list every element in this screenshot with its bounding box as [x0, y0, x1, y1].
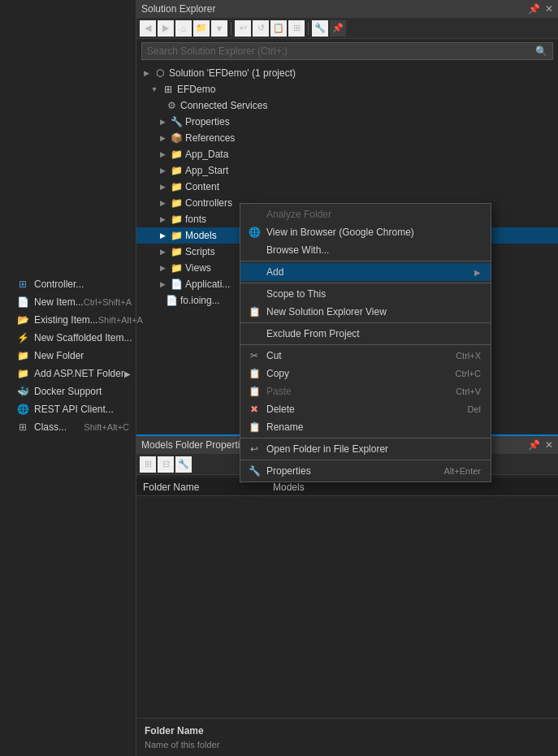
ctx-cut[interactable]: ✂ Cut Ctrl+X: [240, 347, 491, 365]
left-panel: ⊞ Controller... 📄 New Item... Ctrl+Shift…: [0, 0, 136, 756]
views-label: Views: [184, 262, 211, 274]
new-folder-icon: 📁: [16, 349, 29, 362]
props-close-icon[interactable]: ✕: [545, 439, 553, 451]
ctx-properties[interactable]: 🔧 Properties Alt+Enter: [240, 462, 491, 480]
ctx-delete[interactable]: ✖ Delete Del: [240, 400, 491, 418]
ctx-add[interactable]: Add ▶: [240, 263, 491, 281]
ctx-cut-label: Cut: [266, 350, 451, 361]
filter-button[interactable]: ⊞: [288, 20, 305, 37]
ctx-sep-5: [240, 438, 491, 438]
tree-arrow: ▶: [156, 264, 169, 272]
props-grid-btn[interactable]: ⊞: [140, 456, 156, 473]
app-start-label: App_Start: [184, 165, 228, 176]
cut-icon: ✂: [247, 350, 262, 361]
se-toolbar: ◀ ▶ ⌂ 📁 ▼ ↩ ↺ 📋 ⊞ 🔧 📌: [136, 18, 558, 39]
ctx-scope[interactable]: Scope to This: [240, 285, 491, 303]
new-item-label: New Item...: [34, 296, 84, 308]
properties-icon: 🔧: [247, 465, 262, 477]
refresh-button[interactable]: ↺: [253, 20, 269, 37]
left-menu-rest-api[interactable]: 🌐 REST API Client...: [0, 400, 136, 418]
tree-content[interactable]: ▶ 📁 Content: [136, 179, 558, 195]
foioing-label: fo.ioing...: [179, 295, 220, 306]
ctx-analyze-label: Analyze Folder: [266, 209, 481, 220]
folder-icon: 📁: [169, 180, 184, 193]
docker-label: Docker Support: [34, 386, 102, 397]
ctx-analyze-folder[interactable]: Analyze Folder: [240, 205, 491, 223]
close-icon[interactable]: ✕: [545, 3, 553, 15]
ctx-browser-label: View in Browser (Google Chrome): [266, 227, 481, 238]
search-placeholder: Search Solution Explorer (Ctrl+;): [147, 45, 288, 57]
left-menu-new-item[interactable]: 📄 New Item... Ctrl+Shift+A: [0, 293, 136, 311]
folder-icon: 📁: [169, 229, 184, 242]
ctx-paste[interactable]: 📋 Paste Ctrl+V: [240, 382, 491, 400]
left-menu-aspnet-folder[interactable]: 📁 Add ASP.NET Folder ▶: [0, 365, 136, 382]
ctx-open-folder-label: Open Folder in File Explorer: [266, 443, 481, 455]
props-footer: Folder Name Name of this folder: [136, 718, 558, 756]
folder-icon: 📁: [169, 213, 184, 226]
tree-properties[interactable]: ▶ 🔧 Properties: [136, 114, 558, 130]
tree-references[interactable]: ▶ 📦 References: [136, 130, 558, 146]
properties-panel: Models Folder Properties 📌 ✕ ⊞ ⊟ 🔧 Folde…: [136, 434, 558, 756]
ctx-open-folder[interactable]: ↩ Open Folder in File Explorer: [240, 440, 491, 458]
properties-icon: 🔧: [169, 115, 184, 128]
left-menu-class[interactable]: ⊞ Class... Shift+Alt+C: [0, 418, 136, 436]
copy-icon: 📋: [247, 368, 262, 379]
pin-button[interactable]: 📌: [330, 20, 346, 37]
tree-app-start[interactable]: ▶ 📁 App_Start: [136, 162, 558, 179]
tree-project-item[interactable]: ▼ ⊞ EFDemo: [136, 81, 558, 97]
search-box[interactable]: Search Solution Explorer (Ctrl+;) 🔍: [141, 42, 553, 60]
tree-app-data[interactable]: ▶ 📁 App_Data: [136, 146, 558, 162]
copy-button[interactable]: 📋: [270, 20, 287, 37]
tree-connected-services[interactable]: ⚙ Connected Services: [136, 97, 558, 114]
tree-solution-item[interactable]: ▶ ⬡ Solution 'EFDemo' (1 project): [136, 65, 558, 81]
left-menu-new-folder[interactable]: 📁 New Folder: [0, 347, 136, 365]
left-menu-scaffold[interactable]: ⚡ New Scaffolded Item...: [0, 329, 136, 347]
ctx-view-browser[interactable]: 🌐 View in Browser (Google Chrome): [240, 223, 491, 241]
se-titlebar: Solution Explorer 📌 ✕: [136, 0, 558, 18]
left-menu-docker[interactable]: 🐳 Docker Support: [0, 382, 136, 400]
ctx-copy[interactable]: 📋 Copy Ctrl+C: [240, 365, 491, 382]
existing-item-shortcut: Shift+Alt+A: [98, 315, 143, 325]
submenu-arrow-icon: ▶: [124, 369, 131, 378]
scaffold-label: New Scaffolded Item...: [34, 332, 132, 343]
class-label: Class...: [34, 421, 67, 433]
content-label: Content: [184, 181, 219, 192]
props-value-folder: Models: [273, 482, 305, 493]
pin-icon[interactable]: 📌: [528, 3, 540, 15]
ctx-copy-shortcut: Ctrl+C: [456, 369, 481, 378]
ctx-rename[interactable]: 📋 Rename: [240, 418, 491, 436]
ctx-sep-4: [240, 344, 491, 345]
docker-icon: 🐳: [16, 385, 29, 398]
back-button[interactable]: ◀: [140, 20, 156, 37]
titlebar-controls: 📌 ✕: [528, 3, 553, 15]
solution-label: Solution 'EFDemo' (1 project): [167, 67, 296, 79]
ctx-new-view[interactable]: 📋 New Solution Explorer View: [240, 303, 491, 321]
left-menu-controller[interactable]: ⊞ Controller...: [0, 275, 136, 293]
tree-arrow: ▶: [156, 248, 169, 256]
aspnet-folder-icon: 📁: [16, 367, 29, 380]
ctx-sep-1: [240, 261, 491, 261]
settings-button[interactable]: 🔧: [312, 20, 328, 37]
left-menu-existing-item[interactable]: 📂 Existing Item... Shift+Alt+A: [0, 311, 136, 329]
dropdown-button[interactable]: ▼: [211, 20, 227, 37]
file-icon: 📄: [169, 278, 184, 291]
forward-button[interactable]: ▶: [158, 20, 174, 37]
tree-arrow: ▶: [156, 118, 169, 126]
scripts-label: Scripts: [184, 246, 215, 257]
props-filter-btn[interactable]: 🔧: [175, 456, 192, 473]
references-icon: 📦: [169, 132, 184, 145]
tree-arrow: ▼: [148, 85, 161, 93]
props-pin-icon[interactable]: 📌: [528, 439, 540, 451]
home-button[interactable]: ⌂: [175, 20, 192, 37]
folder-button[interactable]: 📁: [193, 20, 210, 37]
tree-arrow: ▶: [156, 280, 169, 288]
ctx-new-view-label: New Solution Explorer View: [266, 306, 481, 318]
tree-arrow: ▶: [156, 199, 169, 207]
undo-button[interactable]: ↩: [235, 20, 251, 37]
ctx-exclude[interactable]: Exclude From Project: [240, 325, 491, 343]
props-sort-btn[interactable]: ⊟: [158, 456, 174, 473]
context-menu: Analyze Folder 🌐 View in Browser (Google…: [240, 203, 491, 482]
solution-icon: ⬡: [153, 67, 167, 80]
ctx-browse-with[interactable]: Browse With...: [240, 241, 491, 259]
props-footer-title: Folder Name: [145, 725, 550, 737]
